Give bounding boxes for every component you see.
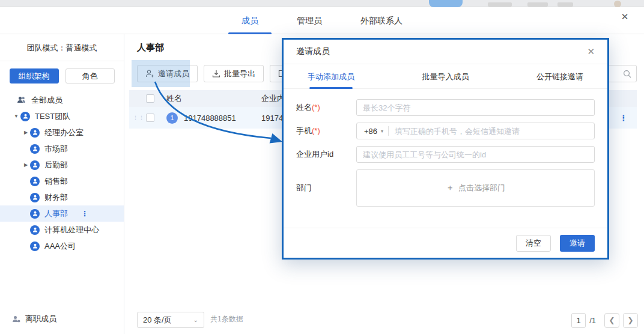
batch-export-button[interactable]: 批量导出 xyxy=(204,65,264,82)
page-title: 人事部 xyxy=(137,42,164,53)
dialog-close-icon[interactable]: ✕ xyxy=(587,46,595,57)
department-icon xyxy=(30,209,40,219)
invite-member-label: 邀请成员 xyxy=(158,68,189,79)
total-pages-label: /1 xyxy=(589,316,596,325)
tree-item-label: TEST团队 xyxy=(35,111,70,122)
department-icon xyxy=(30,144,40,154)
sidebar: 团队模式：普通模式 组织架构 角色 全部成员 ▼ TEST团队 ▶ 经理办公室 … xyxy=(0,34,124,334)
row-more-icon[interactable]: ⋮ xyxy=(610,114,637,123)
department-icon xyxy=(30,128,40,138)
background-avatar xyxy=(614,1,621,7)
plus-icon: ＋ xyxy=(446,183,454,193)
tree-item-computer-center[interactable]: 计算机处理中心 xyxy=(0,222,124,238)
userid-field-label: 企业用户id xyxy=(296,149,356,160)
department-icon xyxy=(30,241,40,251)
tree-item-label: 财务部 xyxy=(44,192,68,203)
tree-item-label: 后勤部 xyxy=(44,160,68,171)
pagination: 1 /1 ❮ ❯ xyxy=(571,313,638,328)
row-checkbox[interactable] xyxy=(146,114,154,122)
invite-button[interactable]: 邀请 xyxy=(560,235,595,252)
tree-item-finance[interactable]: 财务部 xyxy=(0,189,124,205)
department-field-label: 部门 xyxy=(296,183,356,193)
resigned-person-icon xyxy=(12,315,20,323)
department-icon xyxy=(30,193,40,202)
tree-item-label: 经理办公室 xyxy=(44,127,84,138)
total-count-label: 共1条数据 xyxy=(210,314,243,324)
tab-members[interactable]: 成员 xyxy=(242,7,258,34)
select-department-button[interactable]: ＋ 点击选择部门 xyxy=(356,169,595,207)
search-icon xyxy=(623,70,631,78)
select-all-checkbox[interactable] xyxy=(146,94,154,103)
prev-page-button[interactable]: ❮ xyxy=(604,313,619,328)
background-window-strip xyxy=(0,0,644,7)
dialog-title: 邀请成员 xyxy=(296,46,330,57)
tree-item-label: 人事部 xyxy=(44,208,68,219)
invite-member-dialog: 邀请成员 ✕ 手动添加成员 批量导入成员 公开链接邀请 姓名(*) 手机(*) … xyxy=(282,38,609,260)
chevron-down-icon[interactable]: ▾ xyxy=(381,129,383,134)
tree-item-test-team[interactable]: ▼ TEST团队 xyxy=(0,108,124,124)
group-icon xyxy=(17,96,26,104)
dialog-tabs: 手动添加成员 批量导入成员 公开链接邀请 xyxy=(284,64,607,89)
tab-external-contacts[interactable]: 外部联系人 xyxy=(360,7,402,34)
next-page-button[interactable]: ❯ xyxy=(623,313,638,328)
select-department-label: 点击选择部门 xyxy=(458,183,505,193)
background-decor xyxy=(557,2,573,7)
background-decor xyxy=(527,2,548,7)
resigned-members-item[interactable]: 离职成员 xyxy=(0,311,124,327)
tree-item-manager-office[interactable]: ▶ 经理办公室 xyxy=(0,124,124,141)
close-icon[interactable]: ✕ xyxy=(615,7,634,26)
download-icon xyxy=(212,70,220,77)
tree-item-marketing[interactable]: 市场部 xyxy=(0,141,124,157)
enterprise-userid-field[interactable] xyxy=(357,147,594,162)
tab-public-link[interactable]: 公开链接邀请 xyxy=(536,64,583,89)
caret-right-icon[interactable]: ▶ xyxy=(22,162,30,168)
tree-item-label: AAA公司 xyxy=(44,241,76,252)
roles-button[interactable]: 角色 xyxy=(65,68,115,84)
divider xyxy=(0,61,124,61)
top-tab-bar: 成员 管理员 外部联系人 xyxy=(0,7,644,34)
tree-item-logistics[interactable]: ▶ 后勤部 xyxy=(0,157,124,173)
batch-export-label: 批量导出 xyxy=(224,68,255,79)
tree-item-label: 销售部 xyxy=(44,176,68,187)
org-structure-button[interactable]: 组织架构 xyxy=(10,68,59,84)
current-page-input[interactable]: 1 xyxy=(571,313,586,328)
department-icon xyxy=(30,160,40,170)
tree-item-aaa-company[interactable]: AAA公司 xyxy=(0,238,124,254)
tree-item-label: 计算机处理中心 xyxy=(44,225,99,235)
caret-down-icon[interactable]: ▼ xyxy=(12,114,20,119)
department-icon xyxy=(30,177,40,186)
clear-button[interactable]: 清空 xyxy=(516,235,551,252)
chevron-down-icon: ⌄ xyxy=(193,317,198,323)
tree-item-label: 全部成员 xyxy=(31,95,62,106)
phone-field-label: 手机(*) xyxy=(296,126,356,136)
tree-item-label: 市场部 xyxy=(44,144,68,154)
team-mode-label: 团队模式：普通模式 xyxy=(0,34,124,61)
department-icon xyxy=(30,225,40,235)
invite-member-button[interactable]: 邀请成员 xyxy=(137,65,198,82)
more-icon[interactable]: ⋮ xyxy=(81,210,88,218)
tree-item-hr[interactable]: 人事部 ⋮ xyxy=(0,205,124,222)
tree-item-sales[interactable]: 销售部 xyxy=(0,173,124,189)
name-field-label: 姓名(*) xyxy=(296,102,356,113)
person-add-icon xyxy=(145,70,154,77)
background-active-tab xyxy=(429,0,463,7)
phone-field[interactable] xyxy=(389,123,594,139)
caret-right-icon[interactable]: ▶ xyxy=(22,130,30,135)
avatar: 1 xyxy=(166,112,178,124)
tree-item-all-members[interactable]: 全部成员 xyxy=(0,92,124,108)
drag-handle-icon[interactable]: ⋮⋮ xyxy=(133,116,140,120)
resigned-members-label: 离职成员 xyxy=(25,314,56,324)
member-name: 191748888851 xyxy=(184,114,236,123)
name-field[interactable] xyxy=(357,100,594,115)
tab-admins[interactable]: 管理员 xyxy=(297,7,322,34)
tab-batch-import[interactable]: 批量导入成员 xyxy=(422,64,469,89)
org-tree: 全部成员 ▼ TEST团队 ▶ 经理办公室 市场部 ▶ 后勤部 销售部 财务部 xyxy=(0,92,124,254)
page-size-select[interactable]: 20 条/页 ⌄ xyxy=(137,312,204,328)
country-code-select[interactable]: +86 xyxy=(357,127,381,136)
tab-manual-add[interactable]: 手动添加成员 xyxy=(308,64,354,89)
department-icon xyxy=(20,112,30,121)
page-size-value: 20 条/页 xyxy=(143,315,172,326)
header-name: 姓名 xyxy=(166,93,261,104)
background-decor xyxy=(488,2,512,7)
